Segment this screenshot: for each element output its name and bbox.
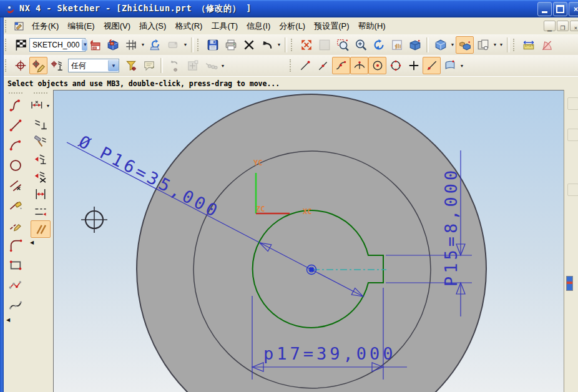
fit-view-button[interactable] xyxy=(297,36,315,54)
animate-dimension-button[interactable] xyxy=(31,185,51,203)
menu-task[interactable]: 任务(K) xyxy=(27,19,63,34)
reattach-sketch-button[interactable] xyxy=(104,36,122,54)
snap-quadrant-button[interactable] xyxy=(386,57,404,74)
document-restore-button[interactable]: ❐ xyxy=(557,21,569,31)
toolbar-overflow-icon[interactable]: ▼ xyxy=(498,37,504,53)
menu-view[interactable]: 视图(V) xyxy=(99,19,135,34)
profile-button[interactable] xyxy=(6,96,26,115)
show-all-constraints-button[interactable] xyxy=(31,150,51,168)
menu-insert[interactable]: 插入(S) xyxy=(135,19,170,34)
studio-spline-button[interactable] xyxy=(6,275,26,295)
point-on-constraint-button[interactable] xyxy=(47,57,66,74)
width-dimension-text[interactable]: p17=39,000 xyxy=(263,344,396,363)
show-no-constraints-button[interactable] xyxy=(31,168,51,185)
derived-lines-button[interactable] xyxy=(6,175,26,195)
multiple-views-button[interactable] xyxy=(456,36,474,54)
dimension-dropdown-icon[interactable]: ▼ xyxy=(45,100,51,111)
reorient-sketch-button[interactable] xyxy=(86,36,104,54)
save-button[interactable] xyxy=(203,36,222,54)
sketch-point-button[interactable] xyxy=(29,57,47,74)
print-button[interactable] xyxy=(222,36,240,54)
finish-sketch-button[interactable] xyxy=(11,36,29,54)
undo-dropdown-icon[interactable]: ▼ xyxy=(276,37,282,53)
menu-preferences[interactable]: 预设置(P) xyxy=(310,19,353,34)
arc-button[interactable] xyxy=(6,135,26,155)
convert-to-reference-button[interactable] xyxy=(31,203,51,220)
spline-button[interactable] xyxy=(6,295,26,315)
snap-existing-point-button[interactable] xyxy=(404,57,423,74)
menu-help[interactable]: 帮助(H) xyxy=(354,19,390,34)
line-button[interactable] xyxy=(6,115,26,135)
menu-analysis[interactable]: 分析(L) xyxy=(275,19,310,34)
grid-dropdown-icon[interactable]: ▼ xyxy=(140,37,146,53)
snap-intersection-button[interactable] xyxy=(423,57,441,74)
document-minimize-button[interactable]: ▁ xyxy=(544,21,556,31)
quick-extend-button[interactable] xyxy=(6,215,26,235)
snap-point-on-curve-button[interactable] xyxy=(332,57,350,74)
toolbar-grip[interactable] xyxy=(291,39,295,51)
circle-button[interactable] xyxy=(6,155,26,175)
snap-tangent-point-button[interactable] xyxy=(350,57,368,74)
rotate-view-button[interactable] xyxy=(370,36,388,54)
menu-format[interactable]: 格式(R) xyxy=(170,19,207,34)
menubar-grip[interactable] xyxy=(5,20,9,32)
annotation-note-button[interactable] xyxy=(140,57,158,74)
constraints-button[interactable] xyxy=(31,115,51,133)
toolbar-grip[interactable] xyxy=(5,59,9,72)
fillet-button[interactable] xyxy=(6,235,26,255)
toolbar-grip[interactable] xyxy=(290,59,293,72)
cut-toolbar-icon[interactable] xyxy=(566,276,573,291)
alternate-solution-button[interactable] xyxy=(31,220,51,238)
cut-toolbar-button[interactable] xyxy=(567,97,578,110)
snap-midpoint-button[interactable] xyxy=(314,57,332,74)
cut-toolbar-button[interactable] xyxy=(567,184,578,196)
document-close-button[interactable]: × xyxy=(570,21,578,31)
toolbar-grip[interactable] xyxy=(5,39,9,51)
view-dropdown-icon[interactable]: ▼ xyxy=(449,37,456,53)
minimize-button[interactable] xyxy=(537,2,552,16)
sketch-name-selector[interactable]: SKETCH_000 ▼ xyxy=(29,38,86,52)
toolbar-grip[interactable] xyxy=(197,39,201,51)
graphics-window[interactable]: YC ZC XC Ø P16=35,000 P15=8,000 xyxy=(53,90,564,392)
maximize-button[interactable] xyxy=(553,2,567,16)
update-model-button[interactable] xyxy=(146,36,164,54)
sketch-grid-button[interactable] xyxy=(122,36,140,54)
rectangle-button[interactable] xyxy=(6,255,26,275)
cut-toolbar-button[interactable] xyxy=(567,129,578,141)
zoom-in-out-button[interactable] xyxy=(351,36,370,54)
inferred-dimension-button[interactable]: ▼ xyxy=(28,96,53,115)
pan-view-button[interactable] xyxy=(388,36,406,54)
zoom-box-button[interactable] xyxy=(333,36,351,54)
snap-endpoint-button[interactable] xyxy=(296,57,314,74)
snap-overflow-icon[interactable]: ▼ xyxy=(220,57,226,74)
auto-constrain-button[interactable] xyxy=(31,133,51,150)
menu-edit[interactable]: 编辑(E) xyxy=(63,19,99,34)
selection-filter-selector[interactable]: 任何 ▼ xyxy=(68,59,119,72)
undo-button[interactable] xyxy=(258,36,276,54)
snap-arc-center-button[interactable] xyxy=(368,57,386,74)
quick-trim-button[interactable] xyxy=(6,195,26,215)
toolbar-grip[interactable] xyxy=(513,39,517,51)
snap-dropdown-icon[interactable]: ▼ xyxy=(459,57,465,74)
palette-grip[interactable] xyxy=(34,92,47,94)
select-point-button[interactable] xyxy=(11,57,29,74)
tag-dropdown-icon[interactable]: ▼ xyxy=(182,37,189,53)
snap-point-on-surface-button[interactable] xyxy=(441,57,459,74)
menu-information[interactable]: 信息(I) xyxy=(242,19,275,34)
selection-filter-dropdown-icon[interactable]: ▼ xyxy=(108,60,119,71)
isometric-view-button[interactable] xyxy=(431,36,449,54)
measure-distance-button[interactable] xyxy=(519,36,537,54)
filter-funnel-button[interactable] xyxy=(122,57,140,74)
close-button[interactable]: × xyxy=(569,2,578,16)
palette-grip[interactable] xyxy=(9,92,22,94)
shaded-view-button[interactable] xyxy=(406,36,424,54)
menu-tools[interactable]: 工具(T) xyxy=(207,19,242,34)
title-bar[interactable]: NX 4 - Sketcher - [ZhiChiLun.prt （修改的） ]… xyxy=(0,0,578,17)
palette-collapse-arrow-icon[interactable]: ◀ xyxy=(5,315,11,325)
measure-angle-button[interactable] xyxy=(537,36,556,54)
layer-settings-button[interactable] xyxy=(474,36,492,54)
layers-dropdown-icon[interactable]: ▼ xyxy=(492,37,498,53)
delete-button[interactable] xyxy=(240,36,258,54)
palette-collapse-arrow-icon[interactable]: ◀ xyxy=(29,238,35,247)
keyway-height-dimension-text[interactable]: P15=8,000 xyxy=(441,167,461,287)
